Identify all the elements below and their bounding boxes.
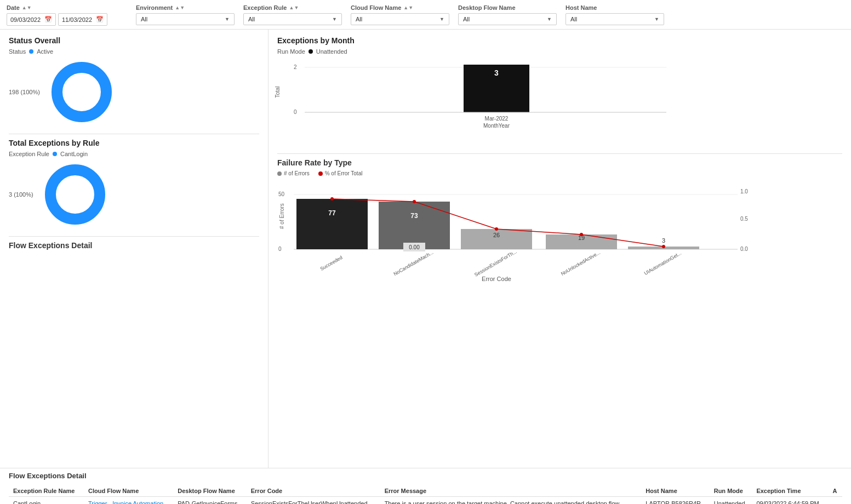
- failure-rate-svg: 50 0 # of Errors 1.0 0.5 0.0 77 73: [277, 180, 754, 284]
- exc-sort-icon: ▲▼: [289, 5, 299, 10]
- svg-text:NoCandidateMach...: NoCandidateMach...: [392, 250, 434, 277]
- svg-text:SessionExistsForTh...: SessionExistsForTh...: [473, 249, 518, 277]
- divider-1: [9, 134, 259, 134]
- legend-pct-dot: [318, 171, 323, 176]
- table-header-row: Exception Rule Name Cloud Flow Name Desk…: [9, 485, 842, 497]
- svg-text:# of Errors: # of Errors: [279, 203, 285, 229]
- svg-text:3: 3: [662, 237, 665, 244]
- run-mode-value: Unattended: [316, 48, 347, 55]
- month-chart-container: Total 2 0 3 Mar-2022 MonthYear: [277, 59, 842, 147]
- status-dot: [29, 49, 33, 54]
- svg-text:0.5: 0.5: [740, 216, 748, 222]
- host-name-filter-group: Host Name All ▼: [566, 4, 664, 25]
- svg-text:3: 3: [494, 68, 499, 77]
- host-name-dropdown[interactable]: All ▼: [566, 13, 664, 25]
- cloud-flow-dropdown[interactable]: All ▼: [351, 13, 449, 25]
- run-mode-subtitle: Run Mode Unattended: [277, 48, 842, 55]
- cell-cloud-flow[interactable]: Trigger - Invoice Automation: [84, 497, 173, 505]
- col-run-mode: Run Mode: [710, 485, 752, 497]
- svg-text:0: 0: [278, 246, 282, 252]
- date-input-row: 09/03/2022 📅 11/03/2022 📅: [7, 13, 127, 26]
- cell-a: [828, 497, 842, 505]
- desktop-flow-filter-group: Desktop Flow Name All ▼: [458, 4, 557, 25]
- svg-text:73: 73: [410, 212, 418, 220]
- date-filter-label: Date ▲▼: [7, 4, 127, 11]
- exceptions-donut-chart: [42, 162, 108, 227]
- svg-rect-21: [296, 199, 368, 249]
- svg-text:1.0: 1.0: [740, 188, 748, 194]
- col-exception-time: Exception Time: [752, 485, 828, 497]
- col-desktop-flow: Desktop Flow Name: [173, 485, 247, 497]
- status-label: Status: [9, 48, 26, 55]
- exception-rule-filter-label: Exception Rule ▲▼: [243, 4, 342, 11]
- df-chevron-icon: ▼: [547, 16, 552, 22]
- filter-bar: Date ▲▼ 09/03/2022 📅 11/03/2022 📅 Enviro…: [0, 0, 851, 30]
- exc-chevron-icon: ▼: [332, 16, 337, 22]
- divider-3: [277, 153, 842, 154]
- svg-text:UIAutomationGet...: UIAutomationGet...: [643, 250, 682, 276]
- cell-exception-rule: CantLogin: [9, 497, 84, 505]
- svg-text:50: 50: [278, 191, 285, 197]
- exception-rule-dropdown[interactable]: All ▼: [243, 13, 342, 25]
- cf-chevron-icon: ▼: [439, 16, 444, 22]
- left-panel: Status Overall Status Active 198 (100%) …: [0, 30, 269, 468]
- exceptions-rule-subtitle: Exception Rule CantLogin: [9, 151, 259, 157]
- status-value: Active: [37, 48, 53, 55]
- table-row[interactable]: CantLogin Trigger - Invoice Automation P…: [9, 497, 842, 505]
- flow-exceptions-detail-title: Flow Exceptions Detail: [9, 241, 259, 250]
- status-donut-label: 198 (100%): [9, 89, 40, 95]
- divider-2: [9, 236, 259, 237]
- exception-rule-filter-group: Exception Rule ▲▼ All ▼: [243, 4, 342, 25]
- date-start-input[interactable]: 09/03/2022 📅: [7, 13, 56, 26]
- month-chart-svg: 2 0 3 Mar-2022 MonthYear: [294, 59, 666, 144]
- table-section-title: Flow Exceptions Detail: [9, 468, 842, 482]
- svg-point-35: [495, 227, 498, 231]
- svg-point-36: [580, 233, 583, 236]
- svg-rect-23: [379, 202, 450, 249]
- cell-error-message: There is a user session on the target ma…: [380, 497, 642, 505]
- svg-point-33: [330, 197, 334, 201]
- svg-text:Error Code: Error Code: [482, 276, 511, 282]
- flow-exceptions-table: Exception Rule Name Cloud Flow Name Desk…: [9, 485, 842, 504]
- cloud-flow-filter-label: Cloud Flow Name ▲▼: [351, 4, 449, 11]
- hn-chevron-icon: ▼: [654, 16, 659, 22]
- exceptions-donut-label: 3 (100%): [9, 191, 33, 198]
- svg-point-0: [57, 67, 106, 117]
- desktop-flow-dropdown[interactable]: All ▼: [458, 13, 557, 25]
- environment-dropdown[interactable]: All ▼: [136, 13, 235, 25]
- cell-desktop-flow: PAD-GetInvoiceForms: [173, 497, 247, 505]
- calendar-end-icon: 📅: [96, 16, 104, 23]
- legend-pct: % of Error Total: [318, 170, 363, 176]
- svg-text:0.0: 0.0: [740, 246, 748, 252]
- cell-exception-time: 09/03/2022 6:44:59 PM: [752, 497, 828, 505]
- svg-text:0: 0: [294, 109, 297, 115]
- svg-text:77: 77: [328, 209, 336, 217]
- host-name-filter-label: Host Name: [566, 4, 664, 11]
- svg-text:Mar-2022: Mar-2022: [485, 116, 509, 122]
- cloud-flow-filter-group: Cloud Flow Name ▲▼ All ▼: [351, 4, 449, 25]
- table-body: CantLogin Trigger - Invoice Automation P…: [9, 497, 842, 505]
- legend-errors: # of Errors: [277, 170, 310, 176]
- table-section: Flow Exceptions Detail Exception Rule Na…: [0, 468, 851, 504]
- failure-rate-chart-container: 50 0 # of Errors 1.0 0.5 0.0 77 73: [277, 180, 842, 285]
- exc-rule-value: CantLogin: [60, 151, 88, 157]
- date-end-input[interactable]: 11/03/2022 📅: [58, 13, 107, 26]
- total-exceptions-title: Total Exceptions by Rule: [9, 139, 259, 147]
- env-chevron-icon: ▼: [225, 16, 230, 22]
- run-mode-label: Run Mode: [277, 48, 305, 55]
- svg-text:2: 2: [294, 64, 297, 70]
- svg-text:MonthYear: MonthYear: [483, 123, 510, 129]
- exceptions-donut-container: 3 (100%): [9, 162, 259, 227]
- svg-point-34: [413, 200, 416, 203]
- month-y-axis-label: Total: [275, 86, 281, 98]
- main-content: Status Overall Status Active 198 (100%) …: [0, 30, 851, 468]
- cell-host-name: LAPTOP-B5826R4R: [641, 497, 709, 505]
- run-mode-dot: [309, 49, 313, 54]
- col-error-message: Error Message: [380, 485, 642, 497]
- exc-rule-dot: [53, 152, 57, 156]
- environment-filter-label: Environment ▲▼: [136, 4, 235, 11]
- exceptions-by-month-title: Exceptions by Month: [277, 36, 842, 45]
- status-subtitle: Status Active: [9, 48, 259, 55]
- svg-text:0.00: 0.00: [409, 244, 420, 250]
- col-error-code: Error Code: [247, 485, 380, 497]
